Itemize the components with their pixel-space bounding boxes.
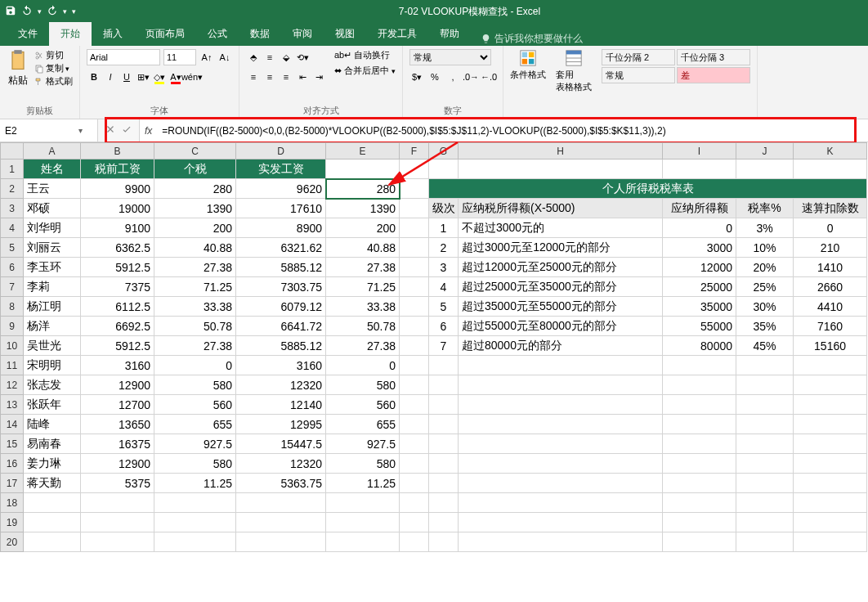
row-header[interactable]: 18 <box>1 493 24 513</box>
row-header[interactable]: 8 <box>1 297 24 317</box>
tax-cell[interactable]: 30% <box>736 297 794 317</box>
column-header[interactable]: C <box>154 143 236 159</box>
redo-dropdown-icon[interactable]: ▾ <box>63 7 67 16</box>
cell[interactable]: 33.38 <box>154 297 236 317</box>
cell[interactable]: 12700 <box>81 395 154 415</box>
row-header[interactable]: 12 <box>1 375 24 395</box>
cell[interactable] <box>429 454 459 474</box>
cell[interactable]: 6362.5 <box>81 238 154 258</box>
cell[interactable]: 宋明明 <box>24 356 81 375</box>
undo-icon[interactable] <box>21 5 33 18</box>
cell[interactable]: 6321.62 <box>236 238 326 258</box>
align-left-button[interactable]: ≡ <box>246 69 261 85</box>
cell[interactable] <box>24 513 81 532</box>
cell[interactable]: 580 <box>154 454 236 474</box>
cell[interactable] <box>81 493 154 513</box>
cell[interactable]: 280 <box>326 179 400 199</box>
tax-cell[interactable]: 1 <box>429 218 459 238</box>
cell[interactable]: 927.5 <box>326 434 400 454</box>
cell[interactable] <box>736 434 794 454</box>
cell[interactable] <box>459 513 663 532</box>
cell[interactable]: 陆峰 <box>24 415 81 434</box>
tax-cell[interactable]: 55000 <box>663 317 736 336</box>
paste-button[interactable]: 粘贴 <box>7 49 29 88</box>
border-button[interactable]: ⊞▾ <box>136 69 150 85</box>
cell[interactable]: 易南春 <box>24 434 81 454</box>
row-header[interactable]: 6 <box>1 258 24 277</box>
row-header[interactable]: 3 <box>1 199 24 218</box>
name-box[interactable]: ▾ <box>0 119 98 142</box>
cell[interactable] <box>400 336 429 356</box>
accounting-format-button[interactable]: $▾ <box>409 69 424 85</box>
cell[interactable] <box>81 513 154 532</box>
cell[interactable] <box>459 532 663 552</box>
cell[interactable]: 9900 <box>81 179 154 199</box>
tax-cell[interactable]: 1410 <box>794 258 867 277</box>
cell[interactable] <box>663 356 736 375</box>
select-all-corner[interactable] <box>1 143 24 159</box>
cell[interactable]: 16375 <box>81 434 154 454</box>
column-header[interactable]: A <box>24 143 81 159</box>
row-header[interactable]: 13 <box>1 395 24 415</box>
align-bottom-button[interactable]: ⬙ <box>279 49 293 65</box>
cell[interactable] <box>400 159 429 179</box>
cell[interactable] <box>794 356 867 375</box>
cell[interactable] <box>663 532 736 552</box>
cell[interactable] <box>794 454 867 474</box>
cell[interactable] <box>429 513 459 532</box>
decrease-indent-button[interactable]: ⇤ <box>295 69 310 85</box>
row-header[interactable]: 10 <box>1 336 24 356</box>
tax-cell[interactable]: 2 <box>429 238 459 258</box>
cell[interactable] <box>400 375 429 395</box>
cell[interactable] <box>736 395 794 415</box>
worksheet-grid[interactable]: ABCDEFGHIJK1姓名税前工资个税实发工资2王云9900280962028… <box>0 142 868 552</box>
italic-button[interactable]: I <box>103 69 118 85</box>
cell[interactable]: 5912.5 <box>81 258 154 277</box>
tax-cell[interactable]: 15160 <box>794 336 867 356</box>
tax-cell[interactable]: 80000 <box>663 336 736 356</box>
cell[interactable]: 0 <box>154 356 236 375</box>
row-header[interactable]: 17 <box>1 474 24 493</box>
row-header[interactable]: 5 <box>1 238 24 258</box>
cell[interactable] <box>400 493 429 513</box>
fill-color-button[interactable]: ◇▾ <box>152 69 167 85</box>
cell[interactable]: 12140 <box>236 395 326 415</box>
cell[interactable]: 税前工资 <box>81 159 154 179</box>
cell[interactable] <box>736 493 794 513</box>
cell[interactable] <box>663 434 736 454</box>
cell[interactable]: 王云 <box>24 179 81 199</box>
tax-cell[interactable]: 不超过3000元的 <box>459 218 663 238</box>
cell[interactable] <box>400 474 429 493</box>
cell[interactable]: 5885.12 <box>236 336 326 356</box>
font-size-input[interactable] <box>163 49 196 65</box>
cell[interactable] <box>400 415 429 434</box>
font-color-button[interactable]: A▾ <box>168 69 183 85</box>
cell[interactable]: 杨洋 <box>24 317 81 336</box>
cell[interactable] <box>663 454 736 474</box>
bold-button[interactable]: B <box>87 69 101 85</box>
cell[interactable] <box>400 356 429 375</box>
tax-cell[interactable]: 3% <box>736 218 794 238</box>
cell[interactable]: 19000 <box>81 199 154 218</box>
tab-insert[interactable]: 插入 <box>92 22 134 46</box>
cell[interactable] <box>429 356 459 375</box>
cell[interactable] <box>736 159 794 179</box>
fx-icon[interactable]: fx <box>140 119 157 142</box>
cell[interactable] <box>429 159 459 179</box>
cell[interactable] <box>794 434 867 454</box>
cut-button[interactable]: 剪切 <box>34 49 73 61</box>
cell[interactable]: 6112.5 <box>81 297 154 317</box>
tax-cell[interactable]: 0 <box>663 218 736 238</box>
cell[interactable] <box>794 513 867 532</box>
increase-font-button[interactable]: A↑ <box>199 49 214 65</box>
cell[interactable]: 张跃年 <box>24 395 81 415</box>
tax-cell[interactable]: 超过55000元至80000元的部分 <box>459 317 663 336</box>
column-header[interactable]: D <box>236 143 326 159</box>
cell[interactable] <box>736 532 794 552</box>
tax-cell[interactable]: 4410 <box>794 297 867 317</box>
cell[interactable] <box>400 395 429 415</box>
cell[interactable] <box>400 317 429 336</box>
decrease-decimal-button[interactable]: ←.0 <box>481 69 496 85</box>
cell[interactable] <box>154 513 236 532</box>
tax-cell[interactable]: 超过25000元至35000元的部分 <box>459 277 663 297</box>
